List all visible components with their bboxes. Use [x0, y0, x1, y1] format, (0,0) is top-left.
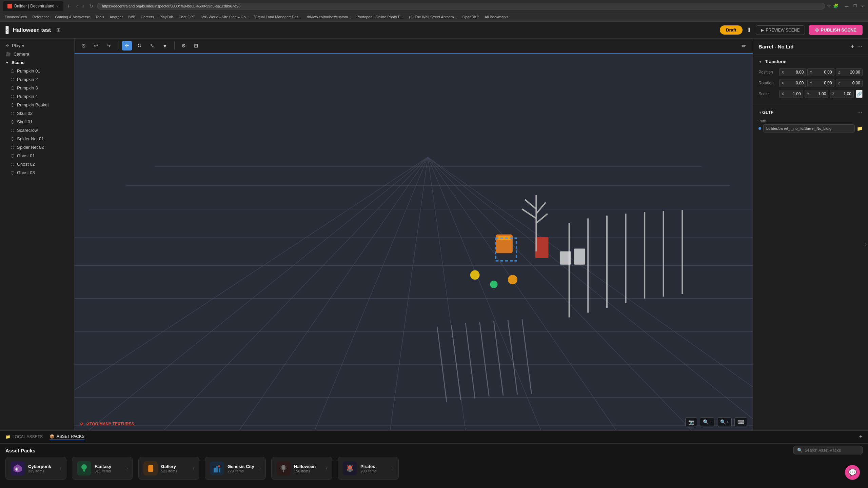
position-z-input[interactable]: [841, 70, 860, 75]
tab-local-assets[interactable]: 📁 LOCAL ASSETS: [5, 434, 43, 440]
scale-lock-button[interactable]: 🔗: [856, 90, 863, 98]
bookmark-icon[interactable]: ☆: [827, 3, 831, 8]
bookmark-item[interactable]: IWB World - Site Plan – Go...: [199, 14, 250, 20]
scale-y-input[interactable]: [810, 92, 826, 96]
nav-back-button[interactable]: ‹: [75, 3, 80, 9]
bookmark-item[interactable]: (2) The Wall Street Anthem...: [408, 14, 458, 20]
sidebar-item-ghost01[interactable]: Ghost 01: [0, 151, 74, 160]
sidebar-item-pumpkin2[interactable]: Pumpkin 2: [0, 75, 74, 84]
rotation-y-input[interactable]: [813, 81, 832, 85]
draft-button[interactable]: Draft: [720, 25, 742, 35]
pack-card-fantasy[interactable]: Fantasy 311 items ›: [72, 457, 133, 480]
screenshot-button[interactable]: 📷: [685, 418, 697, 426]
bookmark-item[interactable]: Finance/Tech: [3, 14, 28, 20]
position-y-input[interactable]: [813, 70, 832, 75]
sidebar-item-spider-net-02[interactable]: Spider Net 02: [0, 143, 74, 151]
bookmark-item[interactable]: Photopea | Online Photo E...: [355, 14, 405, 20]
sidebar-item-spider-net-01[interactable]: Spider Net 01: [0, 135, 74, 143]
bookmark-item[interactable]: Reference: [31, 14, 51, 20]
position-x-input[interactable]: [785, 70, 804, 75]
rotation-y-field[interactable]: Y: [807, 79, 834, 87]
new-tab-button[interactable]: +: [67, 3, 70, 9]
publish-scene-button[interactable]: ⊕ PUBLISH SCENE: [809, 25, 863, 35]
panel-add-button[interactable]: +: [850, 43, 854, 50]
pack-card-genesis-city[interactable]: Genesis City 229 items ›: [205, 457, 266, 480]
rotation-z-input[interactable]: [841, 81, 860, 85]
extension-icon[interactable]: 🧩: [833, 3, 839, 8]
layout-button[interactable]: ⊞: [191, 41, 201, 50]
sidebar-item-scarecrow[interactable]: Scarecrow: [0, 126, 74, 135]
bookmark-item[interactable]: dd-iwb.co/toolset/custom...: [305, 14, 352, 20]
chat-fab-button[interactable]: 💬: [845, 465, 860, 480]
maximize-button[interactable]: ❐: [852, 3, 859, 9]
bookmark-item[interactable]: All Bookmarks: [483, 14, 510, 20]
sidebar-item-scene[interactable]: ▼ Scene: [0, 58, 74, 67]
download-button[interactable]: ⬇: [747, 26, 752, 34]
zoom-in-button[interactable]: 🔍+: [717, 418, 732, 426]
scale-z-input[interactable]: [835, 92, 851, 96]
bookmark-item[interactable]: Chat GPT: [177, 14, 197, 20]
edit-button[interactable]: ✏: [739, 41, 749, 51]
asset-add-button[interactable]: +: [859, 433, 863, 441]
position-z-field[interactable]: Z: [836, 68, 863, 76]
scale-x-field[interactable]: X: [779, 90, 803, 98]
keyboard-shortcuts-button[interactable]: ⌨: [734, 418, 747, 426]
preview-scene-button[interactable]: ▶ PREVIEW SCENE: [756, 25, 805, 35]
minimize-button[interactable]: —: [843, 3, 850, 9]
sidebar-item-skull01[interactable]: Skull 01: [0, 118, 74, 126]
grid-view-icon[interactable]: ⊞: [56, 27, 61, 33]
pack-card-gallery[interactable]: Gallery 522 items ›: [138, 457, 199, 480]
bookmark-item[interactable]: Virtual Land Manager: Edit...: [253, 14, 303, 20]
rotation-x-input[interactable]: [785, 81, 804, 85]
sidebar-item-ghost02[interactable]: Ghost 02: [0, 160, 74, 168]
sidebar-item-pumpkin-basket[interactable]: Pumpkin Basket: [0, 101, 74, 109]
panel-menu-button[interactable]: ⋯: [857, 43, 863, 50]
rotate-tool-button[interactable]: ↻: [135, 41, 144, 50]
sidebar-item-ghost03[interactable]: Ghost 03: [0, 168, 74, 177]
back-button[interactable]: ‹: [5, 26, 9, 34]
sidebar-item-pumpkin3[interactable]: Pumpkin 3: [0, 84, 74, 92]
bookmark-item[interactable]: PlayFab: [158, 14, 174, 20]
bookmark-item[interactable]: IWB: [127, 14, 137, 20]
panel-collapse-button[interactable]: ›: [863, 239, 868, 249]
dropdown-button[interactable]: ▼: [160, 41, 170, 50]
sidebar-item-player[interactable]: ✛ Player: [0, 41, 74, 50]
reset-view-button[interactable]: ⊙: [79, 41, 88, 50]
bookmark-item[interactable]: Careers: [139, 14, 155, 20]
rotation-z-field[interactable]: Z: [836, 79, 863, 87]
bookmark-item[interactable]: Angraar: [108, 14, 124, 20]
bookmark-item[interactable]: Gaming & Metaverse: [54, 14, 91, 20]
sidebar-item-skull02[interactable]: Skull 02: [0, 109, 74, 118]
pack-card-pirates[interactable]: Pirates 200 items ›: [338, 457, 399, 480]
asset-search[interactable]: 🔍: [793, 446, 863, 454]
nav-reload-button[interactable]: ↻: [87, 3, 95, 9]
pack-card-cyberpunk[interactable]: ◈ Cyberpunk 339 items ›: [5, 457, 66, 480]
position-y-field[interactable]: Y: [807, 68, 834, 76]
rotation-x-field[interactable]: X: [779, 79, 806, 87]
bookmark-item[interactable]: Tools: [94, 14, 106, 20]
sidebar-item-pumpkin01[interactable]: Pumpkin 01: [0, 67, 74, 75]
bookmark-item[interactable]: OpenDKP: [461, 14, 481, 20]
zoom-out-button[interactable]: 🔍−: [700, 418, 714, 426]
url-bar[interactable]: https://decentraland.org/builder/inspect…: [97, 3, 825, 9]
redo-button[interactable]: ↪: [104, 41, 114, 50]
canvas-area[interactable]: ⊘ ⊘TOO MANY TEXTURES 📷 🔍− 🔍+ ⌨: [75, 54, 753, 430]
undo-button[interactable]: ↩: [91, 41, 101, 50]
scale-tool-button[interactable]: ⤡: [147, 41, 157, 50]
scale-y-field[interactable]: Y: [805, 90, 829, 98]
tab-asset-packs[interactable]: 📦 ASSET PACKS: [50, 434, 84, 440]
gltf-menu-button[interactable]: ⋯: [857, 109, 863, 116]
browse-folder-button[interactable]: 📁: [857, 126, 863, 131]
sidebar-item-pumpkin4[interactable]: Pumpkin 4: [0, 92, 74, 101]
position-x-field[interactable]: X: [779, 68, 806, 76]
settings-button[interactable]: ⚙: [179, 41, 189, 50]
search-input[interactable]: [805, 448, 859, 453]
tab-close-button[interactable]: ×: [57, 4, 59, 8]
sidebar-item-camera[interactable]: 🎥 Camera: [0, 50, 74, 58]
nav-forward-button[interactable]: ›: [81, 3, 86, 9]
scale-x-input[interactable]: [785, 92, 801, 96]
browser-tab[interactable]: Builder | Decentraland ×: [3, 1, 63, 11]
move-tool-button[interactable]: ✛: [122, 41, 132, 50]
close-button[interactable]: ×: [860, 3, 865, 9]
scale-z-field[interactable]: Z: [830, 90, 854, 98]
